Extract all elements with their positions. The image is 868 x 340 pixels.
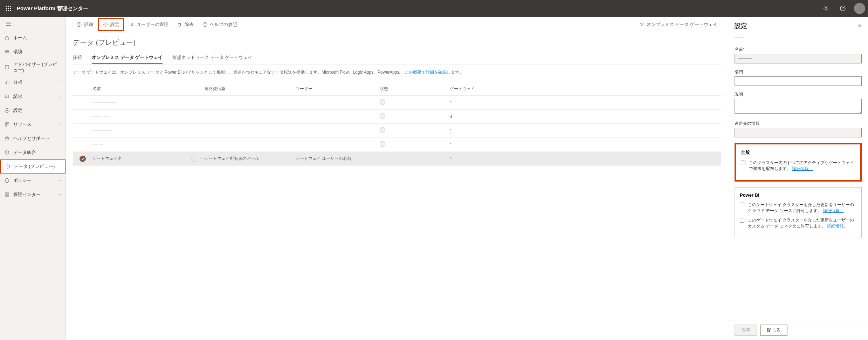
sidebar-item-admin-centers[interactable]: 管理センター [0, 188, 66, 202]
sidebar: ホーム 環境 アドバイザー (プレビュー) 分析 請求 設定 リソース [0, 17, 66, 340]
distribute-checkbox[interactable] [741, 161, 745, 165]
dept-field[interactable] [735, 76, 862, 86]
state-icon [380, 99, 385, 105]
chevron-down-icon [58, 192, 61, 197]
policy-icon [4, 178, 10, 183]
table-row[interactable]: ━━━ ━━ 4 [73, 110, 721, 124]
cmd-filter[interactable]: オンプレミス データ ゲートウェイ [635, 19, 721, 30]
svg-rect-27 [5, 193, 9, 196]
svg-rect-22 [7, 123, 9, 124]
sidebar-item-environments[interactable]: 環境 [0, 45, 66, 59]
name-field[interactable] [735, 54, 862, 63]
billing-icon [4, 94, 10, 99]
help-icon [202, 22, 208, 27]
state-icon [380, 113, 385, 119]
sidebar-item-home[interactable]: ホーム [0, 31, 66, 45]
cmd-remove[interactable]: 除去 [173, 19, 197, 30]
contact-field[interactable] [735, 128, 862, 137]
svg-rect-28 [6, 194, 8, 195]
home-icon [4, 35, 10, 41]
sidebar-item-resources[interactable]: リソース [0, 117, 66, 131]
table-row[interactable]: ゲートウェイ名 ⋯ ゲートウェイ所有者のメール ゲートウェイ ユーザーの名前 1 [73, 152, 721, 166]
avatar[interactable] [854, 3, 865, 14]
app-title: Power Platform 管理センター [17, 5, 88, 12]
cmd-details[interactable]: 詳細 [73, 19, 97, 30]
help-icon[interactable] [837, 3, 848, 14]
svg-point-4 [8, 8, 9, 9]
state-icon [380, 141, 385, 147]
chevron-down-icon [58, 178, 61, 183]
sidebar-item-analytics[interactable]: 分析 [0, 75, 66, 89]
custom-connector-checkbox[interactable] [740, 218, 744, 223]
row-radio-icon[interactable] [191, 156, 197, 162]
cloud-ds-more-link[interactable]: 詳細情報。 [823, 208, 844, 213]
overview-link[interactable]: この概要で詳細を確認します。 [405, 70, 463, 75]
svg-point-6 [6, 10, 7, 11]
settings-panel: 設定 ✕ ━━━━ 名前* 部門 説明 連絡先の情報 全般 [728, 17, 868, 340]
svg-point-14 [5, 50, 7, 52]
close-icon[interactable]: ✕ [857, 23, 862, 29]
save-button[interactable]: 保存 [735, 325, 757, 336]
sidebar-item-billing[interactable]: 請求 [0, 89, 66, 103]
col-state[interactable]: 状態 [380, 86, 450, 92]
tab-connections[interactable]: 接続 [73, 54, 82, 64]
sidebar-item-data-preview[interactable]: データ (プレビュー) [0, 159, 66, 174]
sidebar-item-settings[interactable]: 設定 [0, 103, 66, 117]
general-section: 全般 このクラスター内のすべてのアクティブなゲートウェイで要求を配布します。 詳… [735, 143, 862, 182]
cmd-settings[interactable]: 設定 [98, 18, 124, 31]
more-icon[interactable]: ⋯ [200, 156, 205, 161]
table-row[interactable]: ━━ ━ 1 [73, 138, 721, 152]
sidebar-item-policy[interactable]: ポリシー [0, 174, 66, 188]
row-selected-icon[interactable] [80, 156, 86, 162]
delete-icon [177, 22, 182, 27]
svg-point-31 [79, 23, 80, 23]
svg-point-3 [6, 8, 7, 9]
col-user[interactable]: ユーザー [296, 86, 380, 92]
svg-point-8 [10, 10, 11, 11]
page-title: データ (プレビュー) [73, 38, 721, 47]
svg-point-25 [5, 151, 9, 152]
users-icon [129, 22, 135, 27]
powerbi-section: Power BI このゲートウェイ クラスターを介した更新をユーザーのクラウド … [735, 187, 862, 238]
table-row[interactable]: ━━━━━━━━ 1 [73, 96, 721, 110]
tab-onprem-gateway[interactable]: オンプレミス データ ゲートウェイ [92, 54, 163, 64]
svg-point-0 [6, 6, 7, 7]
state-icon [380, 127, 385, 133]
top-bar: Power Platform 管理センター [0, 0, 868, 17]
col-gateway[interactable]: ゲートウェイ [450, 86, 721, 92]
table-row[interactable]: ━━━━━━ 1 [73, 124, 721, 138]
settings-icon[interactable] [820, 3, 832, 14]
filter-icon [639, 22, 645, 27]
contact-label: 連絡先の情報 [735, 121, 862, 127]
analytics-icon [4, 80, 10, 85]
chevron-down-icon [58, 80, 61, 85]
sidebar-item-data-integration[interactable]: データ統合 [0, 145, 66, 159]
col-name[interactable]: 名前 ↑ [92, 86, 205, 92]
distribute-more-link[interactable]: 詳細情報。 [792, 166, 813, 171]
tab-vnet-gateway[interactable]: 仮想ネットワーク データ ゲートウェイ [172, 54, 252, 64]
close-button[interactable]: 閉じる [760, 325, 787, 336]
cmd-manage-users[interactable]: ユーザーの管理 [125, 19, 172, 30]
nav-toggle-icon[interactable] [0, 17, 17, 31]
col-contact[interactable]: 連絡先情報 [205, 86, 296, 92]
tabs: 接続 オンプレミス データ ゲートウェイ 仮想ネットワーク データ ゲートウェイ [73, 54, 721, 64]
main-content: 詳細 設定 ユーザーの管理 除去 ヘルプの参照 オンプレミス デ [66, 17, 728, 340]
gear-icon [103, 22, 108, 27]
name-label: 名前* [735, 47, 862, 53]
svg-rect-21 [5, 123, 7, 124]
svg-point-5 [10, 8, 11, 9]
cmd-get-help[interactable]: ヘルプの参照 [199, 19, 241, 30]
environments-icon [4, 49, 10, 55]
support-icon [4, 136, 10, 141]
desc-field[interactable] [735, 99, 862, 114]
admin-center-icon [4, 192, 10, 197]
resources-icon [4, 122, 10, 127]
svg-point-33 [131, 23, 133, 25]
sidebar-item-help[interactable]: ヘルプとサポート [0, 131, 66, 145]
app-launcher-icon[interactable] [3, 3, 14, 14]
svg-point-32 [105, 24, 106, 25]
custom-connector-more-link[interactable]: 詳細情報。 [827, 224, 848, 229]
cloud-ds-checkbox[interactable] [740, 203, 744, 207]
sidebar-item-advisor[interactable]: アドバイザー (プレビュー) [0, 59, 66, 75]
data-integration-icon [4, 150, 10, 155]
